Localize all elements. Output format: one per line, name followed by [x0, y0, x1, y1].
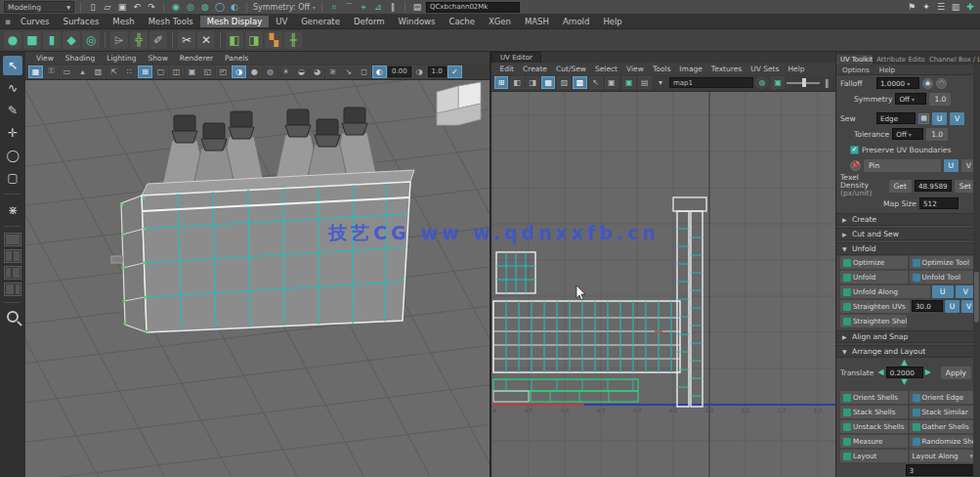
isolate-select-icon[interactable]: ↘ [341, 65, 356, 78]
uv-gamma-icon[interactable]: ▣ [771, 76, 785, 89]
symmetry-dropdown[interactable]: Off▾ [895, 93, 926, 105]
sew-dropdown[interactable]: Edge [876, 112, 916, 124]
uv-menu-edit[interactable]: Edit [495, 65, 519, 73]
sew-u-button[interactable]: U [932, 112, 947, 125]
new-scene-icon[interactable]: ▯ [87, 1, 99, 13]
menu-mash[interactable]: MASH [518, 16, 556, 27]
uv-exposure-icon[interactable]: ◍ [755, 76, 769, 89]
snap-curve-icon[interactable]: ⌒ [343, 1, 355, 13]
straighten-shell-button[interactable]: Straighten Shell [840, 315, 907, 327]
poly-plane-icon[interactable]: ◆ [63, 31, 80, 49]
layout-along-button[interactable]: Layout Along▾ [910, 450, 977, 462]
highlight-select-icon[interactable]: ◯ [214, 1, 226, 13]
menu-deform[interactable]: Deform [347, 16, 392, 27]
render-view-icon[interactable]: ⚑ [906, 1, 917, 13]
sew-v-button[interactable]: V [950, 112, 964, 125]
layout-padding-field[interactable]: 3 [906, 464, 977, 476]
uv-texture-borders-icon[interactable]: ▩ [573, 76, 586, 89]
randomize-shells-button[interactable]: Randomize Shells [910, 435, 977, 448]
panel-menu-lighting[interactable]: Lighting [102, 54, 141, 63]
symmetry-status[interactable]: Symmetry: Off [253, 3, 310, 12]
select-hierarchy-icon[interactable]: ◉ [170, 1, 182, 13]
snap-point-icon[interactable]: ⌖ [358, 1, 369, 13]
poly-cube-icon[interactable]: ■ [23, 31, 41, 49]
oversampling-icon[interactable]: ∷ [122, 65, 137, 78]
optimize-button[interactable]: Optimize [840, 256, 908, 269]
toolkit-menu-options[interactable]: Options [842, 65, 870, 74]
uv-menu-help[interactable]: Help [784, 65, 809, 73]
snap-together-tool-icon[interactable]: ⌲ [110, 31, 128, 49]
gamma-field[interactable]: 1.0 [428, 66, 447, 77]
bookmark-icon[interactable]: ▴ [75, 65, 90, 78]
unfold-tool-button[interactable]: Unfold Tool [910, 271, 977, 283]
menu-grip-icon[interactable]: ▪ [2, 16, 14, 27]
menu-uv[interactable]: UV [269, 16, 294, 27]
poly-torus-icon[interactable]: ◎ [82, 31, 100, 49]
toolkit-scrollbar[interactable] [973, 65, 980, 477]
uv-menu-cut-sew[interactable]: Cut/Sew [551, 65, 590, 73]
uv-checker-icon[interactable]: ▨ [557, 76, 571, 89]
section-create[interactable]: ▶Create [836, 213, 980, 226]
perspective-viewport[interactable] [25, 80, 490, 477]
rotate-tool[interactable]: ◯ [3, 146, 22, 165]
sew-mode-icon[interactable]: ▦ [918, 113, 929, 124]
panel-menu-panels[interactable]: Panels [220, 54, 253, 63]
straighten-u-button[interactable]: U [945, 300, 959, 313]
camera-attrs-icon[interactable]: ▭ [60, 65, 74, 78]
uv-pixel-snap-icon[interactable]: ◧ [510, 76, 524, 89]
uv-menu-create[interactable]: Create [519, 65, 552, 73]
layout-button[interactable]: Layout [840, 450, 908, 462]
unfold-along-u-button[interactable]: U [932, 285, 954, 298]
quad-draw-tool-icon[interactable]: ✐ [149, 31, 167, 49]
menu-curves[interactable]: Curves [14, 16, 57, 27]
menu-generate[interactable]: Generate [294, 16, 347, 27]
snap-grid-icon[interactable]: ⌗ [328, 1, 340, 13]
pin-u-button[interactable]: U [944, 159, 959, 172]
select-mask-icon[interactable]: ◐ [229, 1, 240, 13]
preserve-uv-checkbox[interactable]: ✓ [850, 146, 859, 154]
texel-get-button[interactable]: Get [889, 180, 912, 193]
workspace-dropdown[interactable]: Modeling▾ [4, 1, 74, 13]
toolkit-toggle-icon[interactable]: ✚ [964, 1, 976, 13]
move-tool[interactable]: ✛ [3, 123, 22, 143]
multi-cut-tool-icon[interactable]: ╬ [130, 31, 148, 49]
optimize-tool-button[interactable]: Optimize Tool [910, 256, 977, 269]
select-object-icon[interactable]: ◎ [185, 1, 196, 13]
unstack-shells-button[interactable]: Unstack Shells [840, 420, 908, 433]
input-line-mode-icon[interactable]: ▤ [411, 1, 423, 13]
uv-menu-textures[interactable]: Textures [706, 65, 746, 73]
xray-icon[interactable]: ◻ [357, 65, 371, 78]
falloff-curve-icon[interactable]: ◠ [936, 78, 947, 89]
uv-grid-snap-icon[interactable]: ⊞ [494, 76, 508, 89]
poly-sphere-icon[interactable]: ● [4, 31, 21, 49]
symmetry-tolerance-button[interactable]: 1.0 [929, 93, 951, 106]
uv-set-field[interactable]: map1 [669, 77, 753, 88]
layout-four-pane-button[interactable] [4, 249, 21, 263]
uv-image-display-icon[interactable]: ▣ [605, 76, 618, 89]
section-cut-and-sew[interactable]: ▶Cut and Sew [836, 228, 980, 240]
uv-menu-image[interactable]: Image [675, 65, 707, 73]
unfold-along-button[interactable]: Unfold Along [840, 285, 930, 298]
orient-edge-button[interactable]: Orient Edge [910, 391, 977, 404]
toolkit-menu-help[interactable]: Help [879, 65, 895, 74]
cut-tool-icon[interactable]: ✂ [178, 31, 195, 49]
uv-editor-tab[interactable]: UV Editor [491, 52, 541, 63]
texel-density-field[interactable]: 48.9589 [915, 180, 952, 192]
tab-uv-toolkit[interactable]: UV Toolkit [836, 55, 873, 65]
lighting-mode-icon[interactable]: ☀ [278, 65, 293, 78]
scrollbar-thumb[interactable] [974, 272, 979, 323]
bridge-icon[interactable]: ╫ [284, 31, 302, 49]
uv-menu-select[interactable]: Select [590, 65, 621, 73]
panel-menu-renderer[interactable]: Renderer [175, 54, 218, 63]
straighten-uvs-button[interactable]: Straighten UVs [840, 300, 910, 313]
delete-edge-icon[interactable]: ✕ [197, 31, 215, 49]
tolerance-dropdown[interactable]: Off▾ [892, 128, 923, 140]
tab-attribute-editor[interactable]: Attribute Editor [873, 55, 925, 65]
uv-cursor-icon[interactable]: ↖ [589, 76, 603, 89]
gather-shells-button[interactable]: Gather Shells [910, 420, 977, 433]
shaded-mode-icon[interactable]: ● [247, 65, 262, 78]
grid-toggle-icon[interactable]: ⊞ [138, 65, 152, 78]
ao-icon[interactable]: ◕ [310, 65, 324, 78]
orient-shells-button[interactable]: Orient Shells [840, 391, 908, 404]
combine-icon[interactable]: ▚ [265, 31, 282, 49]
